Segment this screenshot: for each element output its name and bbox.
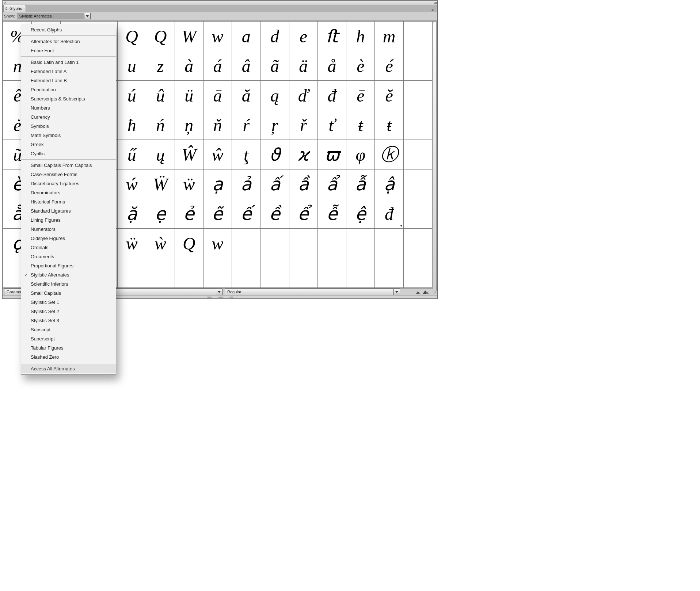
glyph-cell[interactable]: ế bbox=[232, 199, 260, 229]
glyph-cell[interactable] bbox=[175, 258, 203, 288]
close-icon[interactable]: × bbox=[4, 1, 9, 5]
menu-item[interactable]: Superscripts & Subscripts bbox=[21, 94, 116, 103]
glyph-cell[interactable]: W bbox=[175, 21, 203, 51]
menu-item[interactable]: Subscript bbox=[21, 325, 116, 334]
menu-item[interactable]: Alternates for Selection bbox=[21, 37, 116, 46]
glyph-cell[interactable]: ệ bbox=[346, 199, 375, 229]
glyph-cell[interactable]: ẃ bbox=[117, 169, 146, 199]
glyph-cell[interactable] bbox=[317, 228, 346, 258]
menu-item[interactable]: Extended Latin B bbox=[21, 76, 116, 85]
glyph-cell[interactable]: ﬅ bbox=[317, 21, 346, 51]
menu-item[interactable]: Slashed Zero bbox=[21, 352, 116, 362]
menu-item[interactable]: Stylistic Set 1 bbox=[21, 298, 116, 307]
glyph-cell[interactable]: ŕ bbox=[232, 110, 260, 140]
glyph-cell[interactable]: ŧ bbox=[346, 110, 375, 140]
menu-item[interactable]: Numerators bbox=[21, 225, 116, 234]
menu-item[interactable]: Math Symbols bbox=[21, 131, 116, 140]
tab-glyphs[interactable]: Glyphs bbox=[3, 5, 26, 12]
glyph-cell[interactable]: ä bbox=[289, 51, 318, 81]
menu-item[interactable]: Access All Alternates bbox=[21, 364, 116, 373]
menu-item[interactable]: Discretionary Ligatures bbox=[21, 179, 116, 188]
glyph-cell[interactable] bbox=[203, 258, 232, 288]
glyph-cell[interactable]: w bbox=[203, 228, 232, 258]
glyph-cell[interactable]: ễ bbox=[317, 199, 346, 229]
glyph-cell[interactable]: ą bbox=[260, 80, 289, 110]
glyph-cell[interactable]: ń bbox=[146, 110, 175, 140]
glyph-cell[interactable]: z bbox=[146, 51, 175, 81]
glyph-cell[interactable]: d bbox=[260, 21, 289, 51]
glyph-cell[interactable]: ể bbox=[289, 199, 318, 229]
glyph-cell[interactable]: Q bbox=[117, 21, 146, 51]
glyph-cell[interactable]: ť bbox=[317, 110, 346, 140]
menu-item[interactable]: Historical Forms bbox=[21, 197, 116, 206]
glyph-cell[interactable]: ϖ bbox=[317, 140, 346, 169]
glyph-cell[interactable]: e bbox=[289, 21, 318, 51]
glyph-cell[interactable]: ă bbox=[232, 80, 260, 110]
menu-item[interactable]: ✓Stylistic Alternates bbox=[21, 270, 116, 279]
glyph-cell[interactable] bbox=[346, 228, 375, 258]
panel-menu-icon[interactable]: ▾≡ bbox=[429, 9, 437, 12]
glyph-cell[interactable]: h bbox=[346, 21, 375, 51]
menu-item[interactable]: Ordinals bbox=[21, 243, 116, 252]
glyph-cell[interactable]: ē bbox=[346, 80, 375, 110]
menu-item[interactable]: Oldstyle Figures bbox=[21, 234, 116, 243]
menu-item[interactable]: Ornaments bbox=[21, 252, 116, 261]
glyph-cell[interactable] bbox=[317, 258, 346, 288]
glyph-cell[interactable]: ẻ bbox=[175, 199, 203, 229]
menu-item[interactable]: Recent Glyphs bbox=[21, 25, 116, 34]
glyph-cell[interactable]: ü bbox=[175, 80, 203, 110]
show-dropdown[interactable]: Stylistic Alternates bbox=[17, 13, 91, 19]
glyph-cell[interactable]: ņ bbox=[175, 110, 203, 140]
glyph-cell[interactable]: ã bbox=[260, 51, 289, 81]
menu-item[interactable]: Numbers bbox=[21, 103, 116, 113]
menu-item[interactable]: Tabular Figures bbox=[21, 343, 116, 352]
glyph-cell[interactable]: ⓚ bbox=[374, 140, 403, 169]
glyph-cell[interactable]: ú bbox=[117, 80, 146, 110]
glyph-cell[interactable]: ŗ bbox=[260, 110, 289, 140]
glyph-cell[interactable]: ặ bbox=[117, 199, 146, 229]
glyph-cell[interactable] bbox=[146, 258, 175, 288]
menu-item[interactable]: Extended Latin A bbox=[21, 67, 116, 76]
glyph-cell[interactable]: w bbox=[203, 21, 232, 51]
menu-item[interactable]: Small Capitals bbox=[21, 289, 116, 298]
glyph-cell[interactable]: ď bbox=[289, 80, 318, 110]
menu-item[interactable]: Punctuation bbox=[21, 85, 116, 94]
menu-item[interactable]: Lining Figures bbox=[21, 216, 116, 225]
glyph-cell[interactable]: ň bbox=[203, 110, 232, 140]
glyph-cell[interactable]: ŧ bbox=[374, 110, 403, 140]
glyph-cell[interactable]: ţ bbox=[232, 140, 260, 169]
glyph-cell[interactable]: ả bbox=[232, 169, 260, 199]
glyph-cell[interactable] bbox=[374, 258, 403, 288]
font-style-dropdown[interactable]: Regular bbox=[225, 289, 400, 295]
glyph-cell[interactable]: â bbox=[232, 51, 260, 81]
glyph-cell[interactable]: ẩ bbox=[317, 169, 346, 199]
glyph-cell[interactable]: ϑ bbox=[260, 140, 289, 169]
glyph-cell[interactable]: ĕ bbox=[374, 80, 403, 110]
glyph-cell[interactable]: û bbox=[146, 80, 175, 110]
glyph-cell[interactable] bbox=[232, 228, 260, 258]
menu-item[interactable]: Cyrillic bbox=[21, 149, 116, 158]
menu-item[interactable]: Currency bbox=[21, 113, 116, 122]
glyph-cell[interactable]: ϰ bbox=[289, 140, 318, 169]
menu-item[interactable]: Entire Font bbox=[21, 46, 116, 55]
glyph-cell[interactable]: å bbox=[317, 51, 346, 81]
glyph-cell[interactable]: ẅ bbox=[117, 228, 146, 258]
glyph-cell[interactable]: ẁ bbox=[146, 228, 175, 258]
glyph-cell[interactable]: ẅ bbox=[175, 169, 203, 199]
glyph-cell[interactable]: ạ bbox=[203, 169, 232, 199]
glyph-cell[interactable]: Q bbox=[175, 228, 203, 258]
menu-item[interactable]: Stylistic Set 2 bbox=[21, 307, 116, 316]
glyph-cell[interactable] bbox=[289, 258, 318, 288]
vertical-scrollbar[interactable] bbox=[432, 21, 437, 287]
glyph-cell[interactable]: m bbox=[374, 21, 403, 51]
zoom-out-icon[interactable] bbox=[415, 290, 421, 294]
menu-item[interactable]: Stylistic Set 3 bbox=[21, 316, 116, 325]
glyph-cell[interactable]: ų bbox=[146, 140, 175, 169]
glyph-cell[interactable]: u bbox=[117, 51, 146, 81]
glyph-cell[interactable]: ấ bbox=[260, 169, 289, 199]
glyph-cell[interactable]: ẹ bbox=[146, 199, 175, 229]
glyph-cell[interactable] bbox=[117, 258, 146, 288]
glyph-cell[interactable]: ř bbox=[289, 110, 318, 140]
glyph-cell[interactable]: è bbox=[346, 51, 375, 81]
glyph-cell[interactable]: ậ bbox=[374, 169, 403, 199]
